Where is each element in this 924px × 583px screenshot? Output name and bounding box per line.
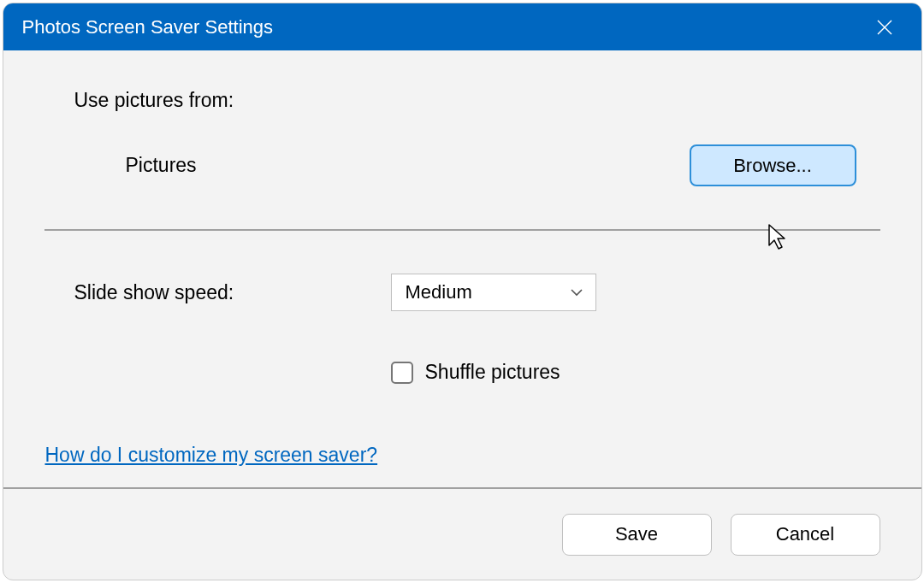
browse-button-label: Browse... [733, 155, 812, 177]
speed-dropdown-value: Medium [406, 281, 472, 303]
cancel-button-label: Cancel [776, 523, 834, 545]
use-pictures-from-label: Use pictures from: [74, 89, 880, 112]
slide-show-speed-label: Slide show speed: [74, 281, 391, 304]
chevron-down-icon [570, 288, 583, 297]
shuffle-label: Shuffle pictures [425, 361, 560, 384]
speed-dropdown[interactable]: Medium [391, 274, 596, 311]
browse-button[interactable]: Browse... [690, 144, 856, 186]
close-icon [877, 20, 892, 35]
shuffle-row: Shuffle pictures [391, 361, 880, 384]
pictures-folder-value: Pictures [126, 154, 197, 177]
dialog-content: Use pictures from: Pictures Browse... Sl… [3, 50, 921, 487]
pictures-row: Pictures Browse... [126, 144, 856, 186]
cursor-icon [767, 223, 790, 254]
close-button[interactable] [866, 8, 904, 46]
shuffle-checkbox[interactable] [391, 362, 413, 384]
save-button-label: Save [615, 523, 658, 545]
help-link[interactable]: How do I customize my screen saver? [45, 444, 378, 467]
dialog-window: Photos Screen Saver Settings Use picture… [3, 3, 922, 580]
window-title: Photos Screen Saver Settings [22, 16, 274, 38]
save-button[interactable]: Save [562, 514, 712, 556]
divider [44, 229, 880, 231]
titlebar: Photos Screen Saver Settings [3, 3, 921, 50]
speed-row: Slide show speed: Medium [74, 274, 880, 311]
dialog-footer: Save Cancel [3, 487, 921, 580]
cancel-button[interactable]: Cancel [731, 514, 880, 556]
